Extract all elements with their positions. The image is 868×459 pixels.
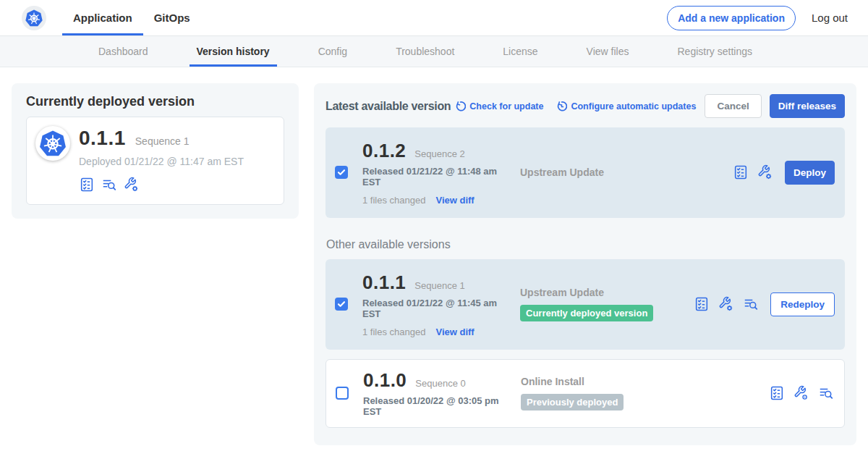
config-view-icon[interactable] (793, 385, 809, 401)
config-icon[interactable] (718, 296, 734, 312)
version-released: Released 01/20/22 @ 03:05 pm EST (363, 396, 502, 418)
refresh-icon (455, 101, 466, 111)
schedule-icon (556, 101, 567, 111)
tab-gitops[interactable]: GitOps (143, 0, 201, 35)
version-checkbox[interactable] (335, 298, 348, 311)
subnav-view-files[interactable]: View files (579, 36, 637, 67)
version-number: 0.1.2 (362, 140, 406, 162)
deployed-sequence: Sequence 1 (135, 135, 190, 147)
currently-deployed-panel: Currently deployed version 0.1.1 Sequenc… (12, 83, 299, 219)
deployed-version-number: 0.1.1 (79, 127, 126, 150)
version-number: 0.1.1 (362, 271, 406, 294)
release-notes-icon[interactable] (769, 385, 785, 401)
files-changed: 1 files changed (362, 195, 425, 206)
subnav-version-history[interactable]: Version history (190, 36, 277, 67)
check-for-update-link[interactable]: Check for update (455, 101, 543, 111)
logout-link[interactable]: Log out (812, 12, 848, 24)
app-subnav: Dashboard Version history Config Trouble… (0, 36, 868, 67)
version-released: Released 01/21/22 @ 11:45 am EST (362, 298, 501, 320)
previously-deployed-badge: Previously deployed (521, 394, 624, 410)
tab-application[interactable]: Application (62, 0, 143, 35)
version-checkbox[interactable] (336, 387, 349, 400)
view-files-icon[interactable] (101, 177, 117, 193)
view-files-icon[interactable] (818, 385, 834, 401)
kubernetes-logo (22, 6, 46, 30)
top-bar: Application GitOps Add a new application… (0, 0, 868, 36)
view-diff-link[interactable]: View diff (435, 327, 474, 337)
version-sequence: Sequence 2 (414, 148, 464, 159)
view-diff-link[interactable]: View diff (435, 195, 474, 206)
diff-releases-button[interactable]: Diff releases (770, 94, 845, 118)
version-source: Upstream Update (520, 287, 694, 298)
version-checkbox[interactable] (335, 166, 348, 179)
latest-available-title: Latest available version (326, 100, 451, 113)
currently-deployed-title: Currently deployed version (26, 94, 284, 109)
add-application-button[interactable]: Add a new application (667, 6, 796, 30)
config-icon[interactable] (757, 164, 773, 180)
version-source: Online Install (521, 376, 769, 387)
currently-deployed-badge: Currently deployed version (520, 305, 653, 321)
other-versions-title: Other available versions (326, 238, 845, 251)
version-source: Upstream Update (520, 167, 733, 178)
version-row-0-1-2: 0.1.2 Sequence 2 Released 01/21/22 @ 11:… (326, 127, 845, 218)
version-row-0-1-0: 0.1.0 Sequence 0 Released 01/20/22 @ 03:… (326, 359, 845, 428)
subnav-troubleshoot[interactable]: Troubleshoot (388, 36, 461, 67)
deployed-timestamp: Deployed 01/21/22 @ 11:47 am EST (79, 156, 244, 167)
subnav-license[interactable]: License (495, 36, 545, 67)
config-icon[interactable] (124, 177, 140, 193)
files-changed: 1 files changed (362, 327, 425, 337)
version-sequence: Sequence 0 (415, 378, 465, 389)
subnav-config[interactable]: Config (311, 36, 354, 67)
cancel-button[interactable]: Cancel (705, 94, 761, 118)
version-number: 0.1.0 (363, 369, 407, 392)
subnav-dashboard[interactable]: Dashboard (91, 36, 156, 67)
redeploy-button[interactable]: Redeploy (770, 292, 835, 316)
top-tabs: Application GitOps (62, 0, 201, 35)
release-notes-icon[interactable] (733, 164, 749, 180)
version-history-panel: Latest available version Check for updat… (314, 83, 856, 445)
version-released: Released 01/21/22 @ 11:48 am EST (362, 167, 501, 188)
subnav-registry-settings[interactable]: Registry settings (670, 36, 759, 67)
version-row-0-1-1: 0.1.1 Sequence 1 Released 01/21/22 @ 11:… (326, 259, 845, 350)
app-icon (35, 126, 70, 161)
configure-automatic-updates-link[interactable]: Configure automatic updates (556, 101, 696, 111)
deploy-button[interactable]: Deploy (785, 161, 835, 185)
view-files-icon[interactable] (743, 296, 759, 312)
release-notes-icon[interactable] (694, 296, 710, 312)
release-notes-icon[interactable] (79, 177, 95, 193)
version-sequence: Sequence 1 (414, 280, 464, 291)
deployed-version-card: 0.1.1 Sequence 1 Deployed 01/21/22 @ 11:… (26, 117, 284, 205)
